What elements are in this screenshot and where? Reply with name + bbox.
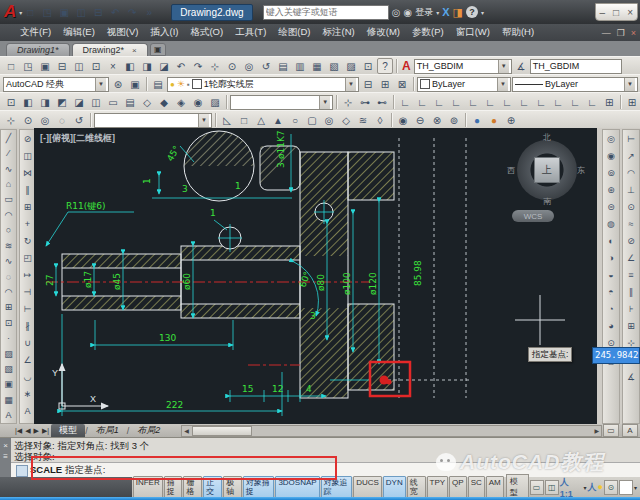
menu-item[interactable]: 窗口(W) — [450, 26, 496, 39]
undo-icon[interactable]: ↶ — [107, 4, 123, 20]
render-sphere-blue-icon[interactable]: ● — [469, 112, 485, 128]
dim-quick-icon[interactable]: ≡ — [624, 266, 639, 283]
tab-next-icon[interactable]: ▶ — [33, 427, 40, 435]
ellipse-arc-icon[interactable]: ◠ — [1, 284, 16, 299]
dim-linear-icon[interactable]: ⊢ — [624, 130, 639, 147]
dim-aligned-icon[interactable]: ↗ — [624, 147, 639, 164]
polyline-icon[interactable]: ∿ — [1, 161, 16, 176]
horizontal-scrollbar[interactable]: ◀ ▶ — [181, 425, 602, 437]
solid-copy-face-icon[interactable]: ◓ — [604, 283, 619, 300]
tool-palettes-icon[interactable]: ▦ — [309, 58, 325, 74]
fillet-icon[interactable]: ◡ — [20, 368, 35, 385]
more-icon[interactable]: » — [141, 4, 157, 20]
drawing-canvas[interactable]: Y X 45°1311R11(键6)3-ø11K727ø17ø45ø6060°3… — [34, 128, 597, 424]
dim-arc-length-icon[interactable]: ◠ — [624, 164, 639, 181]
render-icon[interactable]: ⊕ — [503, 112, 519, 128]
menu-item[interactable]: 工具(T) — [229, 26, 272, 39]
render-sphere-orange-icon[interactable]: ● — [486, 112, 502, 128]
color-dropdown-icon[interactable]: ▼ — [497, 78, 508, 91]
copy-clip-icon[interactable]: ◧ — [122, 58, 138, 74]
line-icon[interactable]: ╱ — [1, 130, 16, 145]
layout-tab[interactable]: 模型 — [51, 424, 85, 437]
sheet-set-icon[interactable]: ▧ — [326, 58, 342, 74]
tab-last-icon[interactable]: ▶| — [41, 427, 50, 435]
close-command-icon[interactable]: × — [3, 442, 8, 450]
sphere-icon[interactable]: ○ — [287, 112, 303, 128]
wblock-icon[interactable]: ◧ — [20, 94, 36, 110]
ellipse-icon[interactable]: ◌ — [1, 269, 16, 284]
attdef-icon[interactable]: ◩ — [54, 94, 70, 110]
hatch-icon[interactable]: ▨ — [1, 346, 16, 361]
solid-taper-face-icon[interactable]: ◒ — [604, 266, 619, 283]
status-toggle[interactable]: SC — [468, 476, 485, 498]
table-icon[interactable]: ▦ — [1, 392, 16, 407]
swivel-icon[interactable]: ⊷ — [374, 94, 390, 110]
linetype-combo[interactable]: ByLayer ▼ — [512, 77, 638, 92]
vs-wireframe-icon[interactable]: ◇ — [139, 94, 155, 110]
solid-union-icon[interactable]: ◎ — [604, 130, 619, 147]
gradient-icon[interactable]: ▧ — [1, 361, 16, 376]
circle-icon[interactable]: ○ — [1, 223, 16, 238]
extend-icon[interactable]: ⊢ — [20, 300, 35, 317]
new-icon[interactable]: □ — [22, 4, 38, 20]
workspace-combo[interactable]: AutoCAD 经典 ▼ — [3, 77, 109, 92]
properties-panel-icon[interactable]: ⊞ — [624, 94, 640, 110]
menu-item[interactable]: 视图(V) — [101, 26, 145, 39]
zoom-realtime-icon[interactable]: ⊙ — [20, 112, 36, 128]
dim-style-dropdown-icon[interactable]: ▼ — [498, 60, 509, 73]
menu-item[interactable]: 格式(O) — [184, 26, 229, 39]
ucs-icon[interactable]: ∟ — [397, 94, 413, 110]
undo-icon[interactable]: ↶ — [173, 58, 189, 74]
sign-in-link[interactable]: 登录 — [415, 6, 433, 19]
solid-delete-face-icon[interactable]: ◐ — [604, 232, 619, 249]
new-tab-button[interactable]: ▣ — [150, 43, 166, 56]
search-input[interactable] — [263, 5, 389, 20]
dim-continue-icon[interactable]: ⊦ — [624, 300, 639, 317]
menu-item[interactable]: 插入(I) — [144, 26, 184, 39]
layer-lock-icon[interactable]: ▪ — [187, 80, 190, 89]
torus-icon[interactable]: ◎ — [321, 112, 337, 128]
stretch-icon[interactable]: ↦ — [20, 266, 35, 283]
ucs-object-icon[interactable]: ∟ — [465, 94, 481, 110]
ucs-previous-icon[interactable]: ∟ — [431, 94, 447, 110]
user-icon[interactable]: ◉ — [403, 7, 412, 18]
workspace-save-icon[interactable]: ▣ — [127, 76, 143, 92]
customize-command-icon[interactable]: ≡ — [3, 453, 8, 461]
tray-dropdown-icon[interactable]: ▾ — [634, 484, 637, 491]
restore-button[interactable]: □ — [613, 7, 619, 18]
layer-combo[interactable]: ● ☀ ▪ 1轮廓实线层 ▼ — [167, 77, 359, 92]
union-icon[interactable]: ◉ — [395, 112, 411, 128]
scale-icon[interactable]: ◰ — [20, 249, 35, 266]
app-store-icon[interactable]: ◨ — [453, 6, 463, 19]
new-icon[interactable]: □ — [3, 58, 19, 74]
revcloud-icon[interactable]: ≋ — [1, 238, 16, 253]
layer-thaw-icon[interactable]: ☀ — [177, 79, 185, 89]
orbit-icon[interactable]: ⊶ — [357, 94, 373, 110]
dim-style-icon[interactable]: ∡ — [624, 368, 639, 385]
file-tab[interactable]: Drawing1* — [6, 43, 70, 56]
pan-icon[interactable]: ⊹ — [207, 58, 223, 74]
vs-hidden-icon[interactable]: ◆ — [156, 94, 172, 110]
zoom-scale-dropdown-icon[interactable]: ▼ — [198, 114, 209, 127]
search-icon[interactable]: ◎ — [392, 7, 401, 18]
viewcube-top-face[interactable]: 上 — [534, 157, 560, 183]
layer-isolate-icon[interactable]: ⊞ — [377, 76, 393, 92]
properties-icon[interactable]: ▤ — [275, 58, 291, 74]
dim-style-combo[interactable]: TH_GBDIM ▼ — [414, 59, 512, 74]
dim-radius-icon[interactable]: ⊙ — [624, 198, 639, 215]
dim-baseline-icon[interactable]: ∥ — [624, 283, 639, 300]
annotation-scale-dropdown-icon[interactable]: ▾ — [583, 484, 586, 491]
break-icon[interactable]: ∦ — [20, 317, 35, 334]
plot-icon[interactable]: ⊟ — [54, 58, 70, 74]
ucs-named-icon[interactable]: ⊞ — [601, 94, 617, 110]
solid-extrude-face-icon[interactable]: ⊛ — [604, 181, 619, 198]
dim-jogged-icon[interactable]: ≈ — [624, 215, 639, 232]
rectangle-icon[interactable]: ▭ — [1, 192, 16, 207]
layout-tab[interactable]: 布局1 — [88, 424, 127, 437]
publish-icon[interactable]: ⊡ — [88, 58, 104, 74]
annotation-scale-button[interactable]: 人 1:1 — [560, 476, 583, 499]
compass-north-label[interactable]: 北 — [543, 132, 551, 143]
construction-line-icon[interactable]: ⁄ — [1, 145, 16, 160]
status-toggle[interactable]: DUCS — [353, 476, 382, 498]
ucs-face-icon[interactable]: ∟ — [448, 94, 464, 110]
